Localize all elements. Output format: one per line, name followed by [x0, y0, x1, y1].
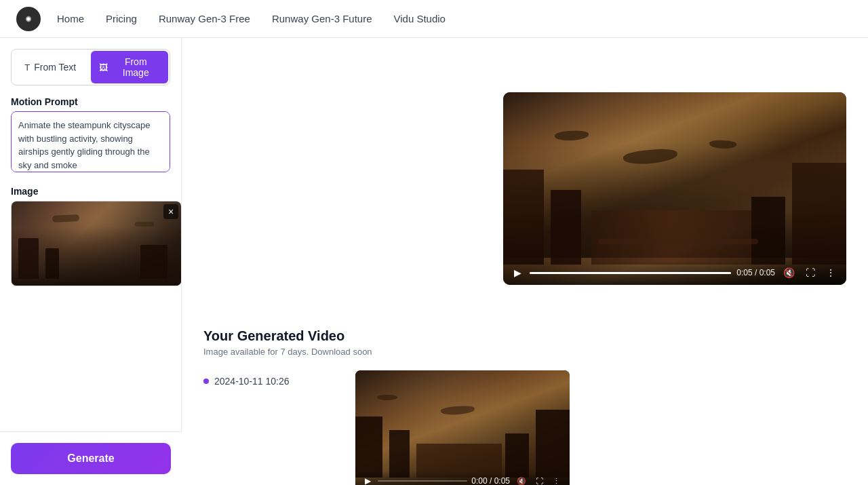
nav-runway-future[interactable]: Runway Gen-3 Future: [272, 13, 372, 24]
from-image-button[interactable]: 🖼 From Image: [91, 51, 169, 83]
generate-button[interactable]: Generate: [11, 443, 171, 474]
generated-section: Your Generated Video Image available for…: [203, 317, 846, 485]
image-icon: 🖼: [99, 62, 108, 73]
main-content: ▶ 0:05 / 0:05 🔇 ⛶ ⋮ Your Generated Video…: [182, 76, 868, 485]
small-time-display: 0:00 / 0:05: [471, 476, 510, 485]
small-volume-button[interactable]: 🔇: [514, 476, 529, 486]
svg-point-1: [27, 17, 31, 20]
small-progress-bar[interactable]: [378, 480, 467, 482]
mode-toggle: T From Text 🖼 From Image: [11, 49, 170, 85]
text-icon: T: [24, 62, 30, 73]
nav-runway-free[interactable]: Runway Gen-3 Free: [159, 13, 250, 24]
large-video-bg: [503, 92, 846, 285]
motion-prompt-label: Motion Prompt: [11, 96, 170, 107]
timestamp-item: 2024-10-11 10:26: [203, 370, 339, 387]
top-area: ▶ 0:05 / 0:05 🔇 ⛶ ⋮: [203, 92, 846, 307]
generated-row: 2024-10-11 10:26: [203, 370, 846, 485]
small-play-button[interactable]: ▶: [362, 475, 374, 485]
nav-home[interactable]: Home: [57, 13, 84, 24]
large-video-player[interactable]: ▶ 0:05 / 0:05 🔇 ⛶ ⋮: [503, 92, 846, 285]
image-preview-bg: [12, 201, 181, 286]
motion-prompt-input[interactable]: Animate the steampunk cityscape with bus…: [11, 111, 170, 172]
large-progress-fill: [530, 272, 731, 274]
generated-subtitle: Image available for 7 days. Download soo…: [203, 347, 846, 357]
nav-vidu[interactable]: Vidu Studio: [394, 13, 446, 24]
generate-section: Generate: [0, 431, 182, 485]
main-nav: Home Pricing Runway Gen-3 Free Runway Ge…: [57, 13, 446, 24]
small-video-wrapper: ▶ 0:00 / 0:05 🔇 ⛶ ⋮ ↗ Share: [355, 370, 570, 485]
small-video-controls: ▶ 0:00 / 0:05 🔇 ⛶ ⋮: [355, 471, 570, 485]
small-fullscreen-button[interactable]: ⛶: [533, 476, 546, 485]
large-time-display: 0:05 / 0:05: [736, 268, 775, 277]
large-progress-bar[interactable]: [530, 272, 731, 274]
large-play-button[interactable]: ▶: [511, 266, 524, 279]
image-section: Image ×: [11, 186, 170, 286]
left-panel: T From Text 🖼 From Image Motion Prompt A…: [0, 38, 182, 485]
image-label: Image: [11, 186, 170, 197]
image-thumbnail: ×: [11, 201, 182, 286]
small-more-button[interactable]: ⋮: [550, 476, 563, 486]
nav-pricing[interactable]: Pricing: [106, 13, 137, 24]
timestamp-dot: [203, 379, 209, 384]
large-volume-button[interactable]: 🔇: [781, 266, 797, 279]
app-logo: [16, 7, 41, 31]
large-more-button[interactable]: ⋮: [823, 266, 838, 279]
timestamp-text: 2024-10-11 10:26: [214, 376, 290, 387]
large-fullscreen-button[interactable]: ⛶: [803, 266, 818, 279]
small-video-bg: [355, 370, 570, 485]
remove-image-button[interactable]: ×: [163, 204, 178, 219]
from-text-button[interactable]: T From Text: [12, 50, 90, 85]
small-video-player[interactable]: ▶ 0:00 / 0:05 🔇 ⛶ ⋮: [355, 370, 570, 485]
generated-title: Your Generated Video: [203, 328, 846, 344]
small-airship-2: [377, 395, 397, 400]
motion-prompt-section: Motion Prompt Animate the steampunk city…: [11, 96, 170, 175]
large-video-controls: ▶ 0:05 / 0:05 🔇 ⛶ ⋮: [503, 260, 846, 285]
